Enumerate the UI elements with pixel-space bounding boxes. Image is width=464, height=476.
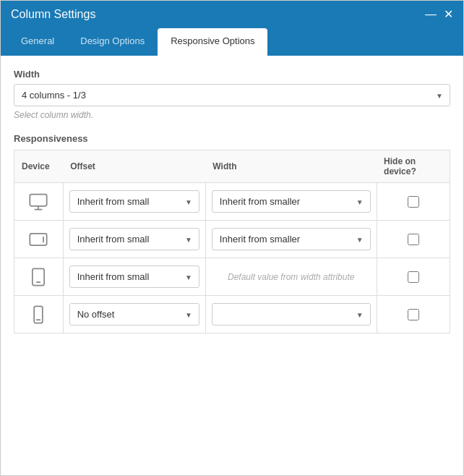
table-row: Inherit from small No offset Inherit fro… [14,221,450,258]
responsiveness-section: Responsiveness Device Offset Width Hide … [14,133,450,333]
width-hint: Select column width. [14,110,450,120]
tab-design-options[interactable]: Design Options [67,28,158,56]
table-row: Inherit from small No offset Default val… [14,258,450,296]
width-select-wrapper-row1: Inherit from smaller Default value from … [212,190,371,213]
minimize-button[interactable]: — [425,9,437,20]
hide-cell-row3 [377,258,450,296]
offset-select-wrapper-row4: No offset Inherit from small [69,303,199,326]
width-cell-row2: Inherit from smaller Default value from … [205,221,377,258]
monitor-icon [20,192,57,212]
hide-checkbox-wrapper-row1 [383,196,444,208]
window-title: Column Settings [11,8,95,21]
hide-checkbox-wrapper-row4 [383,309,444,320]
th-width: Width [205,150,377,183]
hide-cell-row4 [377,296,450,333]
device-cell-tablet-portrait [14,258,64,296]
tab-general[interactable]: General [8,28,67,56]
offset-select-wrapper-row2: Inherit from small No offset [69,228,199,250]
width-select-row4[interactable]: Inherit from smaller Default value from … [212,303,371,326]
tab-responsive-options[interactable]: Responsive Options [158,28,267,56]
offset-select-wrapper-row3: Inherit from small No offset [69,265,199,288]
width-cell-row4: Inherit from smaller Default value from … [205,296,377,333]
svg-rect-0 [30,194,47,205]
offset-select-wrapper-row1: Inherit from small No offset [69,190,199,213]
hide-checkbox-wrapper-row2 [383,234,444,245]
svg-rect-5 [33,268,44,285]
hide-checkbox-row4[interactable] [408,309,419,320]
width-cell-row1: Inherit from smaller Default value from … [205,183,377,221]
width-cell-row3: Default value from width attribute [205,258,377,296]
th-device: Device [14,150,64,183]
tablet-portrait-icon [20,267,57,287]
content-area: Width 4 columns - 1/3 1 column - 1/12 2 … [1,56,463,475]
width-label: Width [14,69,450,80]
svg-rect-7 [34,306,43,323]
default-width-text: Default value from width attribute [212,272,371,282]
table-row: No offset Inherit from small Inherit fro… [14,296,450,333]
responsiveness-table: Device Offset Width Hide on device? [14,150,450,333]
table-row: Inherit from small No offset Inherit fro… [14,183,450,221]
th-offset: Offset [63,150,205,183]
tablet-landscape-icon [20,229,57,250]
device-cell-mobile [14,296,64,333]
offset-select-row1[interactable]: Inherit from small No offset [69,190,199,213]
offset-cell-row2: Inherit from small No offset [63,221,205,258]
offset-cell-row4: No offset Inherit from small [63,296,205,333]
tab-bar: General Design Options Responsive Option… [1,28,463,56]
width-select-wrapper-row4: Inherit from smaller Default value from … [212,303,371,326]
width-select[interactable]: 4 columns - 1/3 1 column - 1/12 2 column… [14,84,450,106]
offset-select-row3[interactable]: Inherit from small No offset [69,265,199,288]
responsiveness-title: Responsiveness [14,133,450,144]
close-button[interactable]: ✕ [444,9,453,20]
hide-checkbox-row3[interactable] [408,271,419,283]
hide-checkbox-row1[interactable] [408,196,419,208]
device-cell-monitor [14,183,64,221]
hide-cell-row1 [377,183,450,221]
window-controls: — ✕ [425,9,453,20]
width-select-wrapper-row2: Inherit from smaller Default value from … [212,228,371,250]
offset-select-row4[interactable]: No offset Inherit from small [69,303,199,326]
title-bar: Column Settings — ✕ [1,1,463,28]
device-cell-tablet-landscape [14,221,64,258]
offset-cell-row3: Inherit from small No offset [63,258,205,296]
width-select-wrapper: 4 columns - 1/3 1 column - 1/12 2 column… [14,84,450,106]
svg-rect-3 [30,233,47,245]
width-select-row2[interactable]: Inherit from smaller Default value from … [212,228,371,250]
width-section: Width 4 columns - 1/3 1 column - 1/12 2 … [14,69,450,120]
hide-checkbox-row2[interactable] [408,234,419,245]
width-select-row1[interactable]: Inherit from smaller Default value from … [212,190,371,213]
hide-cell-row2 [377,221,450,258]
offset-cell-row1: Inherit from small No offset [63,183,205,221]
mobile-icon [20,305,57,325]
offset-select-row2[interactable]: Inherit from small No offset [69,228,199,250]
th-hide: Hide on device? [377,150,450,183]
hide-checkbox-wrapper-row3 [383,271,444,283]
column-settings-window: Column Settings — ✕ General Design Optio… [0,0,464,476]
